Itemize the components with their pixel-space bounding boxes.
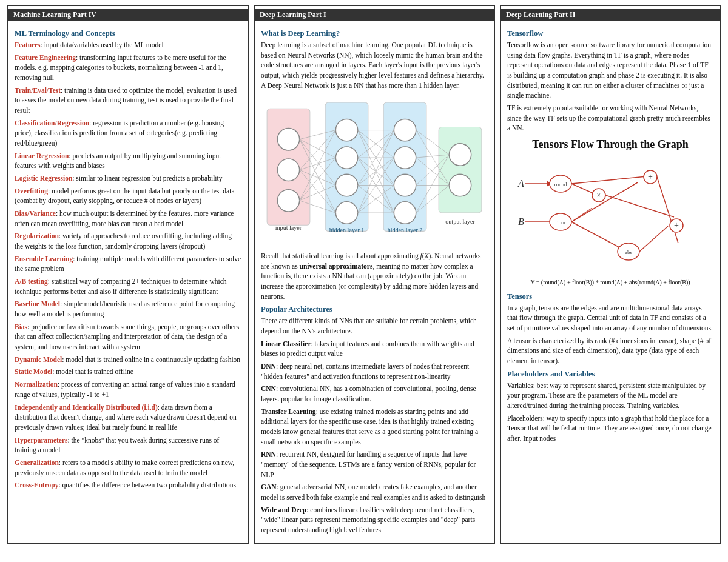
svg-point-8 (335, 147, 357, 169)
term-gen-label: Generalization (15, 459, 59, 466)
panel3-heading1: Tensorflow (507, 29, 713, 38)
arch-rnn: RNN: recurrent NN, designed for handling… (261, 449, 488, 480)
svg-point-6 (277, 190, 299, 212)
tf-text1: Tensorflow is an open source software li… (507, 40, 713, 101)
term-logreg-label: Logistic Regression (15, 175, 72, 182)
term-ensemble-label: Ensemble Learning (15, 255, 73, 263)
term-dynamic-label: Dynamic Model (15, 356, 62, 363)
term-iid-label: Independently and Identically Distribute… (15, 404, 158, 411)
term-static: Static Model: model that is trained offl… (15, 367, 241, 377)
panel3-heading2: Tensors (507, 292, 713, 301)
term-classreg-label: Classification/Regression (15, 119, 89, 127)
svg-text:hidden layer 1: hidden layer 1 (329, 227, 365, 234)
term-iid: Independently and Identically Distribute… (15, 403, 241, 433)
arch-transfer: Transfer Learning: use existing trained … (261, 407, 488, 447)
term-fe-label: Feature Engineering (15, 54, 76, 61)
svg-point-5 (277, 159, 299, 181)
svg-point-9 (335, 175, 357, 196)
panel-dl2: Deep Learning Part II Tensorflow Tensorf… (500, 5, 721, 544)
arch-rnn-label: RNN (261, 450, 276, 458)
arch-wide: Wide and Deep: combines linear classifie… (261, 505, 488, 535)
svg-point-13 (394, 175, 416, 196)
tf-graph-container: Tensors Flow Through the Graph A round × (507, 138, 713, 287)
arch-gan: GAN: general adversarial NN, one model c… (261, 482, 488, 502)
svg-text:×: × (597, 191, 601, 199)
arch-gan-label: GAN (261, 483, 277, 490)
panel1-title: Machine Learning Part IV (8, 9, 248, 21)
svg-rect-3 (439, 127, 482, 213)
tensors-text2: A tensor is characterized by its rank (#… (507, 336, 713, 366)
tf-graph-svg: A round × B floor (507, 153, 713, 275)
page-container: Machine Learning Part IV ML Terminology … (0, 0, 728, 549)
term-gen: Generalization: refers to a model's abil… (15, 458, 241, 478)
placeholders-text: Placeholders: way to specify inputs into… (507, 413, 713, 444)
panel-dl1: Deep Learning Part I What is Deep Learni… (254, 5, 495, 544)
svg-point-12 (394, 147, 416, 169)
arch-dnn: DNN: deep neural net, contains intermedi… (261, 361, 488, 381)
term-overfitting: Overfitting: model performs great on the… (15, 186, 241, 206)
tensors-text1: In a graph, tensors are the edges and ar… (507, 303, 713, 333)
svg-line-62 (571, 176, 647, 184)
recall-text: Recall that statistical learning is all … (261, 251, 488, 301)
panel2-heading1: What is Deep Learning? (261, 29, 488, 38)
arch-dnn-label: DNN (261, 363, 276, 370)
term-dynamic: Dynamic Model: model that is trained onl… (15, 355, 241, 365)
nn-svg: input layer hidden layer 1 hidden layer … (261, 96, 488, 244)
panel2-title: Deep Learning Part I (255, 9, 494, 21)
term-train: Train/Eval/Test: training is data used t… (15, 85, 241, 116)
tf-equation: Y = (round(A) + floor(B)) * round(A) + a… (507, 278, 713, 287)
arch-linear: Linear Classifier: takes input features … (261, 339, 488, 359)
term-ce: Cross-Entropy: quantifies the difference… (15, 480, 241, 490)
panel-ml: Machine Learning Part IV ML Terminology … (7, 5, 249, 544)
arch-transfer-label: Transfer Learning (261, 408, 316, 415)
term-bias: Bias: prejudice or favoritism towards so… (15, 322, 241, 352)
tf-graph-title: Tensors Flow Through the Graph (507, 138, 713, 151)
svg-point-14 (394, 202, 416, 224)
term-train-label: Train/Eval/Test (15, 87, 61, 94)
svg-line-78 (639, 226, 668, 252)
svg-point-16 (449, 175, 471, 196)
term-features: Features: input data/variables used by t… (15, 40, 241, 50)
term-reg-label: Regularization (15, 232, 59, 239)
term-ab-label: A/B testing (15, 278, 48, 285)
panel3-title: Deep Learning Part II (501, 9, 720, 21)
term-ensemble: Ensemble Learning: training multiple mod… (15, 254, 241, 274)
svg-line-72 (571, 222, 619, 247)
svg-point-7 (335, 119, 357, 141)
arch-wide-label: Wide and Deep (261, 506, 306, 513)
term-norm-label: Normalization (15, 381, 58, 388)
term-logistic-reg: Logistic Regression: similar to linear r… (15, 173, 241, 184)
term-hyper: Hyperparameters: the "knobs" that you tw… (15, 435, 241, 455)
svg-point-15 (449, 144, 471, 166)
term-linear-reg: Linear Regression: predicts an output by… (15, 151, 241, 171)
tf-text2: TF is extremely popular/suitable for wor… (507, 103, 713, 133)
dl-intro: Deep learning is a subset of machine lea… (261, 40, 488, 90)
term-feature-eng: Feature Engineering: transforming input … (15, 53, 241, 83)
term-biasvar-label: Bias/Variance (15, 210, 56, 217)
panel3-heading3: Placeholders and Variables (507, 370, 713, 379)
term-ce-label: Cross-Entropy (15, 481, 58, 489)
svg-point-10 (335, 202, 357, 224)
term-regularization: Regularization: variety of approaches to… (15, 231, 241, 251)
svg-text:output layer: output layer (445, 219, 475, 226)
term-hyper-label: Hyperparameters (15, 437, 68, 444)
svg-point-11 (394, 119, 416, 141)
svg-point-4 (277, 129, 299, 150)
arch-cnn: CNN: convolutional NN, has a combination… (261, 384, 488, 404)
nn-diagram: input layer hidden layer 1 hidden layer … (261, 96, 488, 245)
svg-text:input layer: input layer (275, 225, 302, 232)
term-ab: A/B testing: statistical way of comparin… (15, 276, 241, 296)
term-static-label: Static Model (15, 368, 52, 375)
arch-cnn-label: CNN (261, 385, 276, 392)
svg-text:A: A (517, 178, 524, 189)
panel2-heading2: Popular Architectures (261, 305, 488, 314)
term-norm: Normalization: process of converting an … (15, 380, 241, 400)
svg-text:hidden layer 2: hidden layer 2 (388, 227, 423, 234)
term-linreg-label: Linear Regression (15, 152, 69, 159)
term-class-reg: Classification/Regression: regression is… (15, 118, 241, 149)
arch-intro: There are different kinds of NNs that ar… (261, 316, 488, 336)
svg-text:+: + (674, 221, 679, 230)
term-overfit-label: Overfitting (15, 187, 48, 195)
arch-linear-label: Linear Classifier (261, 340, 311, 347)
term-bias-var: Bias/Variance: how much output is determ… (15, 209, 241, 229)
